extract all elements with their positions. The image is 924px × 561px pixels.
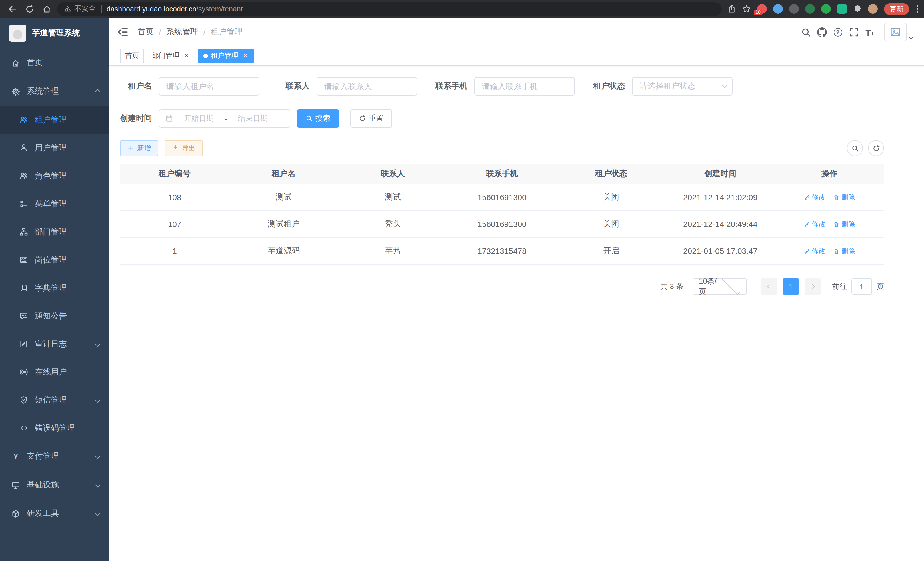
breadcrumb-system[interactable]: 系统管理	[166, 27, 198, 37]
header-search-icon[interactable]	[801, 27, 811, 37]
active-dot	[203, 53, 208, 58]
sidebar-item-audit-log[interactable]: 审计日志	[0, 330, 109, 358]
monitor-icon	[11, 481, 20, 489]
app-logo[interactable]: 芋道管理系统	[0, 18, 109, 49]
tab-tenant[interactable]: 租户管理 ×	[198, 48, 254, 63]
column-tenant-name: 租户名	[229, 164, 338, 184]
contact-input[interactable]	[316, 77, 417, 96]
online-signal-icon	[20, 368, 28, 376]
avatar	[884, 23, 907, 41]
delete-link[interactable]: 删除	[833, 219, 855, 229]
sidebar-item-online-user[interactable]: 在线用户	[0, 358, 109, 386]
create-time-range-picker[interactable]: 开始日期 - 结束日期	[159, 109, 290, 128]
search-button[interactable]: 搜索	[297, 109, 339, 128]
extension-icon-1[interactable]: 10	[757, 4, 767, 14]
breadcrumb-current: 租户管理	[211, 27, 243, 37]
close-icon[interactable]: ×	[182, 52, 190, 60]
extensions-puzzle-icon[interactable]	[853, 5, 862, 13]
log-icon	[20, 340, 28, 348]
fullscreen-icon[interactable]	[849, 27, 859, 37]
sidebar-item-infra[interactable]: 基础设施	[0, 471, 109, 499]
tenant-table: 租户编号 租户名 联系人 联系手机 租户状态 创建时间 操作 108 测试	[120, 164, 884, 265]
column-tenant-id: 租户编号	[120, 164, 229, 184]
sidebar-item-role[interactable]: 角色管理	[0, 162, 109, 190]
pagination: 共 3 条 10条/页 1 前往 页	[120, 278, 884, 295]
delete-link[interactable]: 删除	[833, 193, 855, 202]
edit-link[interactable]: 修改	[804, 219, 825, 229]
sidebar-item-home[interactable]: 首页	[0, 49, 109, 77]
home-icon[interactable]	[42, 4, 51, 14]
sidebar-item-post[interactable]: 岗位管理	[0, 246, 109, 274]
close-icon[interactable]: ×	[241, 52, 249, 60]
table-header-row: 租户编号 租户名 联系人 联系手机 租户状态 创建时间 操作	[120, 164, 884, 184]
share-icon[interactable]	[728, 5, 736, 13]
browser-update-button[interactable]: 更新	[884, 3, 909, 15]
phone-input[interactable]	[474, 77, 575, 96]
delete-link[interactable]: 删除	[833, 246, 855, 256]
search-icon	[306, 115, 313, 122]
toggle-search-button[interactable]	[847, 140, 863, 156]
sidebar-item-devtools[interactable]: 研发工具	[0, 499, 109, 528]
chevron-up-icon	[95, 89, 100, 94]
sidebar-item-payment[interactable]: ¥ 支付管理	[0, 442, 109, 471]
sidebar-item-sms[interactable]: 短信管理	[0, 386, 109, 414]
user-avatar-menu[interactable]	[884, 23, 913, 41]
sidebar-item-dept[interactable]: 部门管理	[0, 218, 109, 246]
page-size-select[interactable]: 10条/页	[693, 278, 747, 295]
breadcrumb-home[interactable]: 首页	[138, 27, 154, 37]
tenant-name-input[interactable]	[159, 77, 260, 96]
extension-icon-2[interactable]	[773, 4, 783, 14]
page-content: 租户名 联系人 联系手机 租户状态 请选择租户状态	[109, 66, 924, 561]
tab-dept[interactable]: 部门管理 ×	[147, 48, 195, 63]
back-icon[interactable]	[8, 4, 17, 14]
sidebar-item-tenant[interactable]: 租户管理	[0, 106, 109, 134]
reload-icon[interactable]	[25, 4, 34, 14]
date-end-placeholder: 结束日期	[231, 113, 275, 123]
pagination-total: 共 3 条	[660, 281, 683, 292]
id-card-icon	[20, 256, 28, 264]
edit-link[interactable]: 修改	[804, 246, 825, 256]
address-divider	[101, 5, 101, 13]
sidebar-item-system[interactable]: 系统管理	[0, 77, 109, 106]
table-row: 108 测试 测试 15601691300 关闭 2021-12-14 21:0…	[120, 184, 884, 211]
edit-icon	[804, 194, 810, 200]
chevron-down-icon	[95, 342, 100, 347]
tabs-bar: 首页 部门管理 × 租户管理 ×	[109, 46, 924, 66]
chevron-down-icon	[95, 511, 100, 516]
tenant-status-select[interactable]: 请选择租户状态	[632, 77, 733, 96]
prev-page-button[interactable]	[761, 278, 777, 295]
extension-icon-6[interactable]	[837, 4, 847, 14]
hamburger-icon[interactable]	[117, 26, 129, 38]
security-label[interactable]: 不安全	[74, 4, 96, 14]
org-tree-icon	[20, 228, 28, 236]
sidebar-item-user[interactable]: 用户管理	[0, 134, 109, 162]
profile-avatar-icon[interactable]	[868, 4, 878, 14]
export-button[interactable]: 导出	[165, 140, 203, 156]
status-text: 开启	[556, 238, 666, 265]
column-created: 创建时间	[666, 164, 775, 184]
address-bar[interactable]: 不安全 dashboard.yudao.iocoder.cn/system/te…	[57, 2, 722, 16]
sidebar-item-error-code[interactable]: 错误码管理	[0, 414, 109, 442]
extension-icon-3[interactable]	[789, 4, 799, 14]
help-icon[interactable]: ?	[832, 27, 843, 37]
reset-button[interactable]: 重置	[350, 109, 392, 128]
extension-icon-5[interactable]	[821, 4, 831, 14]
goto-page-input[interactable]	[851, 278, 872, 295]
browser-menu-icon[interactable]	[916, 5, 918, 13]
list-icon	[20, 200, 28, 208]
tab-home[interactable]: 首页	[120, 48, 144, 63]
add-button[interactable]: 新增	[120, 140, 158, 156]
sidebar-item-dict[interactable]: 字典管理	[0, 274, 109, 302]
edit-link[interactable]: 修改	[804, 193, 825, 202]
refresh-table-button[interactable]	[868, 140, 884, 156]
search-icon	[851, 144, 859, 152]
font-size-icon[interactable]: TT	[865, 27, 875, 37]
sidebar-item-menu[interactable]: 菜单管理	[0, 190, 109, 218]
extension-icon-4[interactable]	[805, 4, 815, 14]
page-number-button[interactable]: 1	[783, 278, 799, 295]
github-icon[interactable]	[817, 27, 827, 37]
sidebar-item-notice[interactable]: 通知公告	[0, 302, 109, 330]
refresh-icon	[359, 115, 366, 122]
bookmark-star-icon[interactable]	[742, 5, 751, 13]
next-page-button[interactable]	[805, 278, 820, 295]
